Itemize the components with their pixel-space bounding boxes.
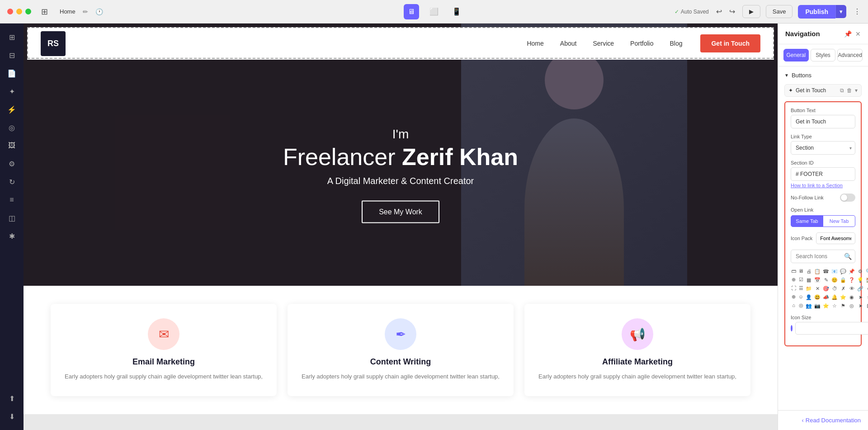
close-traffic-light[interactable] xyxy=(7,9,13,14)
icon-cell[interactable]: ✎ xyxy=(822,276,830,284)
icon-cell[interactable]: ☆ xyxy=(831,302,838,309)
icon-cell[interactable]: ▦ xyxy=(805,276,812,284)
sidebar-icon-layout[interactable]: ⊟ xyxy=(4,47,20,63)
icon-cell[interactable]: ◎ xyxy=(798,302,804,309)
tab-advanced[interactable]: Advanced xyxy=(837,49,863,61)
copy-icon[interactable]: ⧉ xyxy=(840,87,844,94)
icon-cell[interactable]: 📷 xyxy=(814,302,821,309)
preview-btn[interactable]: ▶ xyxy=(742,5,760,18)
icon-cell[interactable]: 🔔 xyxy=(831,293,838,301)
nav-link-blog[interactable]: Blog xyxy=(670,40,682,47)
sidebar-icon-elements[interactable]: ✦ xyxy=(4,83,20,99)
icon-size-input[interactable] xyxy=(795,322,868,335)
icon-cell[interactable]: 💡 xyxy=(857,276,864,284)
icon-cell[interactable]: ◎ xyxy=(848,302,855,309)
tab-general[interactable]: General xyxy=(783,49,809,61)
icon-cell[interactable]: ➤ xyxy=(857,302,864,309)
maximize-traffic-light[interactable] xyxy=(25,9,31,14)
history-icon[interactable]: 🕐 xyxy=(95,8,103,15)
sidebar-icon-target[interactable]: ◎ xyxy=(4,119,20,136)
icon-cell[interactable]: 🔍 xyxy=(865,268,868,275)
icon-cell[interactable]: 👤 xyxy=(805,293,812,301)
desktop-device-btn[interactable]: 🖥 xyxy=(404,4,419,19)
icon-cell[interactable]: ➤ xyxy=(857,293,864,301)
icon-cell[interactable]: 📣 xyxy=(822,293,830,301)
read-docs-btn[interactable]: ‹ Read Documentation xyxy=(802,417,861,424)
how-to-link-text[interactable]: How to link to a Section xyxy=(791,183,855,188)
icon-cell[interactable]: 👥 xyxy=(805,302,812,309)
icon-cell[interactable]: ◉ xyxy=(848,293,855,301)
icon-cell[interactable]: ⛶ xyxy=(791,285,797,291)
icon-pack-select[interactable]: Font Awesome Material Icons xyxy=(816,232,855,244)
delete-icon[interactable]: 🗑 xyxy=(847,87,852,94)
nav-link-about[interactable]: About xyxy=(560,40,577,47)
icon-cell[interactable]: ✗ xyxy=(840,285,847,292)
icon-cell[interactable]: ☎ xyxy=(822,268,830,275)
icon-cell[interactable]: ☰ xyxy=(798,285,804,292)
icon-cell[interactable]: 🎯 xyxy=(822,285,830,292)
no-follow-toggle[interactable] xyxy=(840,194,855,202)
icon-cell[interactable]: 📅 xyxy=(814,276,821,284)
icon-cell[interactable]: ⌂ xyxy=(791,302,797,308)
button-text-input[interactable] xyxy=(791,115,855,128)
sidebar-icon-zap[interactable]: ⚡ xyxy=(4,101,20,118)
dots-icon[interactable]: ⋮ xyxy=(854,7,861,16)
icon-cell[interactable]: ☆ xyxy=(865,293,868,301)
icon-cell[interactable]: ⚑ xyxy=(840,302,847,309)
icon-cell[interactable]: ❓ xyxy=(848,276,855,284)
icon-cell[interactable]: ☺ xyxy=(798,293,804,300)
icon-cell[interactable]: 📋 xyxy=(814,268,821,275)
icon-cell[interactable]: ⏱ xyxy=(831,285,838,292)
sidebar-icon-page[interactable]: 📄 xyxy=(4,65,20,81)
sidebar-icon-refresh[interactable]: ↻ xyxy=(4,174,20,190)
mobile-device-btn[interactable]: 📱 xyxy=(449,4,464,19)
icon-cell[interactable]: 👁 xyxy=(848,285,855,292)
icon-cell[interactable]: ⭐ xyxy=(822,302,830,309)
icon-cell[interactable]: ✕ xyxy=(814,285,821,292)
tablet-device-btn[interactable]: ⬜ xyxy=(426,4,442,19)
hero-cta-btn[interactable]: See My Work xyxy=(362,201,439,223)
minimize-traffic-light[interactable] xyxy=(16,9,22,14)
sidebar-icon-list[interactable]: ≡ xyxy=(4,192,20,208)
section-id-input[interactable] xyxy=(791,167,855,181)
undo-btn[interactable]: ↩ xyxy=(714,5,724,18)
icon-cell[interactable]: 🗃 xyxy=(791,268,797,274)
publish-dropdown-btn[interactable]: ▾ xyxy=(835,5,846,18)
expand-icon[interactable]: ▾ xyxy=(855,87,858,94)
panel-pin-icon[interactable]: 📌 xyxy=(844,30,852,38)
tab-styles[interactable]: Styles xyxy=(811,49,836,61)
icon-cell[interactable]: 🔒 xyxy=(840,276,847,284)
icon-cell[interactable]: 📌 xyxy=(848,268,855,275)
icon-cell[interactable]: 😊 xyxy=(831,276,838,284)
icon-cell[interactable]: 📁 xyxy=(805,285,812,292)
icon-cell[interactable]: 💬 xyxy=(840,268,847,275)
same-tab-btn[interactable]: Same Tab xyxy=(791,215,823,227)
nav-link-home[interactable]: Home xyxy=(527,40,543,47)
icon-cell[interactable]: 🖨 xyxy=(805,268,812,275)
sidebar-icon-star[interactable]: ✱ xyxy=(4,228,20,244)
icon-cell[interactable]: 🖥 xyxy=(798,268,804,274)
icon-cell[interactable]: 🏠 xyxy=(865,276,868,284)
sidebar-icon-download[interactable]: ⬇ xyxy=(4,408,20,425)
sidebar-icon-upload[interactable]: ⬆ xyxy=(4,390,20,406)
icon-cell[interactable]: ⚙ xyxy=(857,268,864,275)
sidebar-icon-settings[interactable]: ⚙ xyxy=(4,156,20,172)
icon-cell[interactable]: 🔗 xyxy=(857,285,864,292)
search-icon[interactable]: 🔍 xyxy=(844,253,852,260)
icon-cell[interactable]: 📧 xyxy=(831,268,838,275)
save-btn[interactable]: Save xyxy=(766,5,793,18)
icon-cell[interactable]: ⊙ xyxy=(865,285,868,292)
home-tab[interactable]: Home xyxy=(60,8,75,15)
nav-cta-btn[interactable]: Get in Touch xyxy=(700,34,760,52)
nav-link-portfolio[interactable]: Portfolio xyxy=(630,40,653,47)
edit-icon[interactable]: ✏ xyxy=(83,8,88,15)
redo-btn[interactable]: ↪ xyxy=(727,5,737,18)
icon-cell[interactable]: 😃 xyxy=(814,293,821,301)
link-type-select[interactable]: Section URL Email Phone xyxy=(791,141,855,155)
icon-cell[interactable]: 🗐 xyxy=(865,302,868,309)
new-tab-btn[interactable]: New Tab xyxy=(823,215,855,227)
sidebar-icon-grid[interactable]: ⊞ xyxy=(4,29,20,45)
sidebar-icon-image[interactable]: 🖼 xyxy=(4,137,20,154)
icon-cell[interactable]: ☑ xyxy=(798,276,804,283)
nav-link-service[interactable]: Service xyxy=(593,40,614,47)
